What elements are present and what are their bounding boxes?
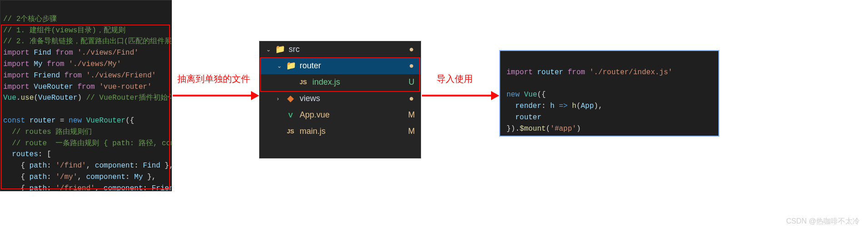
vue-object: Vue [3, 94, 16, 102]
string-literal: './views/Friend' [86, 71, 156, 80]
identifier: Friend [151, 184, 172, 191]
git-status-m: M [407, 125, 416, 138]
tree-row-src[interactable]: ⌄ 📁 src ● [260, 41, 421, 58]
tree-label: router [300, 60, 407, 72]
tree-row-indexjs[interactable]: JS index.js U [260, 74, 421, 91]
tree-row-mainjs[interactable]: JS main.js M [260, 123, 421, 140]
tree-label: main.js [300, 125, 407, 138]
from-keyword: from [77, 83, 95, 91]
property: component [95, 162, 134, 170]
property: routes [12, 150, 38, 158]
import-keyword: import [3, 83, 30, 91]
property: path [30, 184, 47, 191]
comment-inline: // VueRouter插件初始化 [86, 94, 172, 102]
file-tree-panel: ⌄ 📁 src ● ⌄ 📁 router ● JS index.js U › ◆… [259, 41, 421, 158]
property: render [515, 102, 542, 110]
string-literal: './views/Find' [77, 49, 138, 57]
comment-line: // 2个核心步骤 [3, 15, 57, 23]
identifier: router [537, 68, 563, 76]
const-keyword: const [3, 117, 25, 125]
comment-line: // 1. 建组件(views目录)，配规则 [3, 26, 125, 35]
tree-label: App.vue [300, 109, 407, 122]
identifier: VueRouter [34, 83, 73, 91]
vue-constructor: Vue [524, 91, 537, 99]
left-code-panel: // 2个核心步骤 // 1. 建组件(views目录)，配规则 // 2. 准… [0, 0, 172, 191]
arrow-extract [173, 91, 259, 100]
string-literal: '/find' [55, 162, 86, 170]
property: router [515, 113, 542, 122]
folder-icon: 📁 [275, 43, 284, 56]
param: h [550, 102, 555, 110]
tree-label: src [289, 43, 407, 56]
git-status-m: M [407, 109, 416, 122]
watermark-text: CSDN @热咖啡不太冷 [786, 217, 860, 226]
right-code-panel: import router from './router/index.js' n… [499, 50, 719, 137]
string-literal: '#app' [550, 125, 577, 133]
from-keyword: from [55, 49, 73, 57]
identifier: VueRouter [86, 117, 125, 125]
property: component [86, 173, 125, 181]
new-keyword: new [507, 91, 520, 99]
import-keyword: import [507, 68, 533, 76]
tree-row-appvue[interactable]: V App.vue M [260, 107, 421, 123]
folder-icon: ◆ [286, 92, 295, 105]
call: h [572, 102, 577, 110]
identifier: App [581, 102, 594, 110]
property: path [30, 173, 47, 181]
vue-file-icon: V [286, 110, 295, 120]
string-literal: './views/My' [69, 60, 121, 68]
comment-line: // routes 路由规则们 [12, 128, 92, 136]
mount-method: $mount [520, 125, 546, 133]
chevron-right-icon: › [277, 94, 283, 103]
use-method: use [20, 94, 34, 102]
chevron-down-icon: ⌄ [277, 61, 283, 71]
tree-label: index.js [312, 76, 407, 89]
property: path [30, 162, 47, 170]
arrow-token: => [559, 102, 567, 110]
comment-line: // 2. 准备导航链接，配置路由出口(匹配的组件展示 [3, 37, 172, 46]
from-keyword: from [567, 68, 585, 76]
comment-line: // route 一条路由规则 { path: 路径, compon [12, 139, 172, 148]
tree-label: views [300, 92, 407, 105]
from-keyword: from [64, 71, 81, 80]
tree-row-router[interactable]: ⌄ 📁 router ● [260, 58, 421, 74]
arrow-label-import: 导入使用 [437, 73, 473, 85]
status-dot-icon: ● [407, 43, 416, 56]
import-keyword: import [3, 71, 30, 80]
chevron-down-icon: ⌄ [266, 45, 272, 54]
js-file-icon: JS [299, 78, 308, 87]
identifier: router [30, 117, 56, 125]
import-keyword: import [3, 49, 30, 57]
git-status-u: U [407, 76, 416, 89]
import-keyword: import [3, 60, 30, 68]
status-dot-icon: ● [407, 60, 416, 72]
js-file-icon: JS [286, 127, 295, 136]
identifier: My [34, 60, 42, 68]
identifier: Find [143, 162, 160, 170]
identifier: My [134, 173, 143, 181]
string-literal: './router/index.js' [589, 68, 672, 76]
new-keyword: new [69, 117, 82, 125]
tree-row-views[interactable]: › ◆ views ● [260, 91, 421, 107]
string-literal: 'vue-router' [99, 83, 151, 91]
identifier: Friend [34, 71, 60, 80]
identifier: VueRouter [38, 94, 77, 102]
folder-icon: 📁 [286, 60, 295, 72]
identifier: Find [34, 49, 51, 57]
arrow-import [422, 91, 499, 100]
status-dot-icon: ● [407, 92, 416, 105]
from-keyword: from [47, 60, 64, 68]
arrow-label-extract: 抽离到单独的文件 [177, 73, 250, 85]
string-literal: '/friend' [55, 184, 95, 191]
property: component [104, 184, 143, 191]
string-literal: '/my' [55, 173, 77, 181]
